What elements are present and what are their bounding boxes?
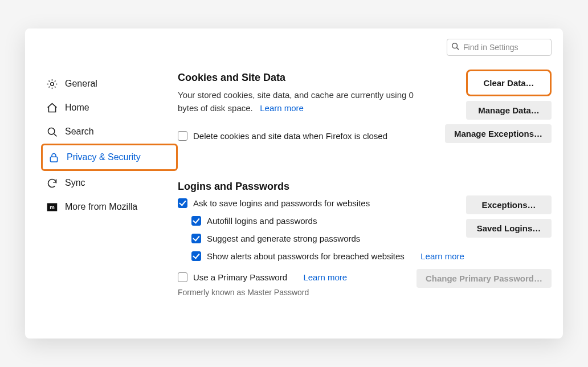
svg-line-1 (457, 48, 459, 50)
autofill-label: Autofill logins and passwords (207, 216, 317, 226)
autofill-checkbox[interactable] (191, 216, 201, 226)
svg-point-0 (452, 43, 458, 48)
sidebar-item-label: Search (65, 127, 94, 137)
settings-sidebar: General Home Search Privacy & Security S… (41, 72, 178, 219)
gear-icon (46, 78, 58, 90)
alerts-row[interactable]: Show alerts about passwords for breached… (191, 251, 552, 261)
settings-window: General Home Search Privacy & Security S… (25, 28, 563, 339)
lock-icon (47, 151, 60, 164)
manage-exceptions-button[interactable]: Manage Exceptions… (445, 124, 552, 143)
svg-text:m: m (50, 204, 55, 210)
search-icon (451, 42, 459, 52)
section-title-logins: Logins and Passwords (178, 181, 552, 193)
exceptions-button[interactable]: Exceptions… (466, 195, 552, 214)
delete-on-close-label: Delete cookies and site data when Firefo… (193, 131, 387, 141)
alerts-label: Show alerts about passwords for breached… (207, 251, 405, 261)
sidebar-item-search[interactable]: Search (41, 120, 178, 144)
search-wrapper (447, 39, 552, 56)
section-text-cookies: Your stored cookies, site data, and cach… (178, 88, 417, 115)
primary-password-label: Use a Primary Password (193, 272, 287, 282)
main-content: Cookies and Site Data Your stored cookie… (178, 72, 552, 327)
mozilla-icon: m (46, 201, 58, 213)
logins-button-column: Exceptions… Saved Logins… (466, 195, 552, 238)
primary-password-checkbox[interactable] (178, 272, 187, 282)
clear-data-button[interactable]: Clear Data… (466, 70, 552, 96)
sidebar-item-label: General (65, 79, 97, 89)
svg-point-3 (48, 128, 54, 134)
svg-rect-5 (50, 157, 57, 162)
section-logins: Logins and Passwords Exceptions… Saved L… (178, 181, 552, 297)
suggest-checkbox[interactable] (191, 234, 201, 243)
sidebar-item-home[interactable]: Home (41, 96, 178, 120)
sync-icon (46, 177, 58, 189)
sidebar-item-more-mozilla[interactable]: m More from Mozilla (41, 195, 178, 219)
formerly-hint: Formerly known as Master Password (178, 288, 552, 297)
home-icon (46, 101, 58, 114)
ask-save-label: Ask to save logins and passwords for web… (193, 198, 370, 208)
saved-logins-button[interactable]: Saved Logins… (466, 219, 552, 238)
primary-learn-more-link[interactable]: Learn more (303, 272, 347, 282)
sidebar-item-label: Privacy & Security (67, 152, 141, 162)
alerts-checkbox[interactable] (191, 251, 201, 261)
sidebar-item-general[interactable]: General (41, 72, 178, 96)
search-icon (46, 125, 58, 138)
manage-data-button[interactable]: Manage Data… (466, 101, 552, 120)
change-primary-password-button: Change Primary Password… (416, 269, 552, 288)
sidebar-item-label: More from Mozilla (65, 202, 137, 212)
cookies-button-column: Clear Data… Manage Data… Manage Exceptio… (445, 70, 552, 143)
search-input[interactable] (447, 39, 552, 56)
section-cookies: Cookies and Site Data Your stored cookie… (178, 72, 552, 141)
ask-save-checkbox[interactable] (178, 198, 187, 208)
sidebar-item-label: Home (65, 103, 89, 113)
svg-line-4 (54, 134, 56, 136)
sidebar-item-privacy-security[interactable]: Privacy & Security (41, 144, 178, 171)
alerts-learn-more-link[interactable]: Learn more (420, 251, 464, 261)
delete-on-close-checkbox[interactable] (178, 131, 187, 141)
cookies-learn-more-link[interactable]: Learn more (260, 103, 304, 113)
suggest-label: Suggest and generate strong passwords (207, 234, 360, 243)
sidebar-item-label: Sync (65, 178, 85, 188)
svg-point-2 (50, 82, 54, 85)
sidebar-item-sync[interactable]: Sync (41, 171, 178, 195)
